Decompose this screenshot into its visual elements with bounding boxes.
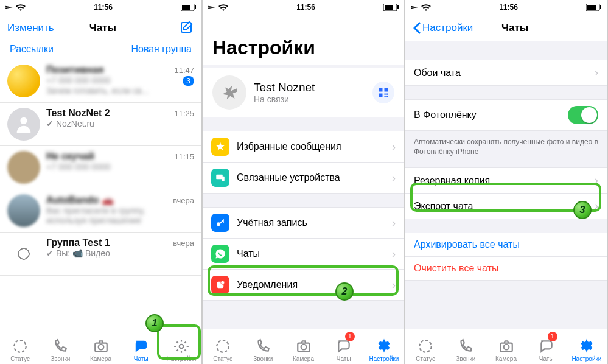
chevron-right-icon: › <box>595 66 598 79</box>
tab-settings[interactable]: Настройки <box>567 329 607 364</box>
back-button[interactable]: Настройки <box>413 22 473 34</box>
chat-time: 11:15 <box>174 152 194 161</box>
avatar <box>7 108 40 141</box>
tab-status[interactable]: Статус <box>203 329 243 364</box>
chat-name: Test NozNet 2 <box>46 108 110 119</box>
qr-button[interactable] <box>372 82 394 103</box>
tab-settings[interactable]: Настройки <box>161 329 201 364</box>
profile-row[interactable]: Test Noznet На связи <box>203 68 404 117</box>
row-label: Чаты <box>237 248 392 259</box>
step-badge-1: 1 <box>145 314 164 332</box>
svg-rect-29 <box>587 5 596 10</box>
chat-time: 11:47 <box>174 66 194 75</box>
chat-row[interactable]: AutoBando 🚗вчера Вас пригласили в группу… <box>0 189 201 233</box>
tab-calls[interactable]: Звонки <box>40 329 80 364</box>
phone-settings: 11:56 Настройки Test Noznet На связи Изб… <box>203 0 405 364</box>
svg-rect-14 <box>379 94 383 97</box>
chat-row[interactable]: Не скучай11:15 +7 000 000 0000 <box>0 146 201 189</box>
svg-rect-19 <box>216 175 223 180</box>
tab-camera[interactable]: Камера <box>283 329 323 364</box>
star-icon <box>211 138 229 156</box>
row-linked[interactable]: Связанные устройства› <box>203 163 404 193</box>
row-chats[interactable]: Чаты› <box>203 239 404 270</box>
chat-preview: +7 000 000 0000 <box>46 75 111 85</box>
status-bar: 11:56 <box>405 0 607 15</box>
svg-rect-2 <box>195 5 196 9</box>
tab-bar: Статус Звонки Камера 1Чаты Настройки <box>203 329 404 364</box>
svg-rect-12 <box>379 88 383 92</box>
phone-chats: 11:56 Изменить Чаты Рассылки Новая групп… <box>0 0 203 364</box>
row-label: Уведомления <box>237 279 392 290</box>
chevron-left-icon <box>413 22 421 34</box>
newgroup-link[interactable]: Новая группа <box>131 44 192 55</box>
profile-name: Test Noznet <box>254 81 372 94</box>
group-footer: Автоматически сохранять полученные фото … <box>405 133 607 156</box>
page-title: Настройки <box>203 33 404 65</box>
whatsapp-icon <box>211 245 229 263</box>
chevron-right-icon: › <box>392 217 396 229</box>
tab-chats[interactable]: 1Чаты <box>526 329 567 364</box>
row-notifications[interactable]: Уведомления› <box>203 270 404 300</box>
row-account[interactable]: Учётная запись› <box>203 208 404 239</box>
status-time: 11:56 <box>296 3 315 12</box>
row-archive-all[interactable]: Архивировать все чаты <box>405 233 607 257</box>
status-time: 11:56 <box>94 3 113 12</box>
row-starred[interactable]: Избранные сообщения› <box>203 131 404 163</box>
tab-camera[interactable]: Камера <box>486 329 526 364</box>
step-badge-3: 3 <box>573 201 592 219</box>
wifi-icon <box>421 4 431 11</box>
chat-name: Позитивная <box>46 65 103 75</box>
broadcasts-link[interactable]: Рассылки <box>10 44 54 55</box>
chat-row[interactable]: Позитивная 11:47 +7 000 000 00003 Зачем … <box>0 60 201 103</box>
chevron-right-icon: › <box>595 200 598 212</box>
airplane-icon <box>5 3 13 12</box>
tab-camera[interactable]: Камера <box>80 329 121 364</box>
row-save-cameraroll[interactable]: В Фотоплёнку <box>405 100 607 130</box>
chat-name: AutoBando 🚗 <box>46 194 114 206</box>
svg-rect-18 <box>386 96 388 97</box>
badge: 1 <box>548 332 557 341</box>
avatar <box>7 151 40 184</box>
page-title: Чаты <box>89 22 116 34</box>
step-badge-2: 2 <box>335 282 354 301</box>
nav-header: Настройки Чаты <box>405 15 607 41</box>
chevron-right-icon: › <box>392 141 396 153</box>
tab-calls[interactable]: Звонки <box>446 329 486 364</box>
chat-row[interactable]: Test NozNet 211:25 ✓ NozNet.ru <box>0 103 201 146</box>
svg-rect-17 <box>385 96 386 97</box>
row-backup[interactable]: Резервная копия› <box>405 168 607 194</box>
avatar <box>212 75 246 110</box>
row-clear-all[interactable]: Очистить все чаты <box>405 257 607 280</box>
tab-chats[interactable]: 1Чаты <box>324 329 364 364</box>
tab-bar: Статус Звонки Камера Чаты Настройки <box>0 329 201 364</box>
notifications-icon <box>211 276 229 294</box>
toggle-switch[interactable] <box>568 106 598 124</box>
chat-preview: +7 000 000 0000 <box>46 162 194 172</box>
chat-preview: Зачем готовить, если св... <box>46 86 194 96</box>
status-bar: 11:56 <box>0 0 201 15</box>
chat-time: вчера <box>173 196 194 205</box>
svg-rect-10 <box>385 5 393 10</box>
row-label: Связанные устройства <box>237 172 392 183</box>
row-label: Архивировать все чаты <box>414 239 598 250</box>
chevron-right-icon: › <box>392 172 396 184</box>
chevron-right-icon: › <box>595 174 598 187</box>
tab-settings[interactable]: Настройки <box>364 329 404 364</box>
tab-status[interactable]: Статус <box>405 329 446 364</box>
row-label: Экспорт чата <box>414 201 595 212</box>
tab-status[interactable]: Статус <box>0 329 40 364</box>
chat-name: Группа Test 1 <box>46 237 110 248</box>
edit-button[interactable]: Изменить <box>7 22 54 34</box>
row-label: Резервная копия <box>414 175 595 186</box>
tab-bar: Статус Звонки Камера 1Чаты Настройки <box>405 329 607 364</box>
tab-calls[interactable]: Звонки <box>243 329 283 364</box>
avatar <box>7 237 40 270</box>
chat-row[interactable]: Группа Test 1вчера ✓ Вы: 📹 Видео <box>0 233 201 276</box>
compose-icon[interactable] <box>180 21 194 35</box>
row-label: Учётная запись <box>237 217 392 228</box>
chevron-right-icon: › <box>392 248 396 261</box>
unread-badge: 3 <box>183 76 194 86</box>
svg-point-33 <box>503 345 509 350</box>
tab-chats[interactable]: Чаты <box>121 329 161 364</box>
row-wallpaper[interactable]: Обои чата› <box>405 60 607 85</box>
